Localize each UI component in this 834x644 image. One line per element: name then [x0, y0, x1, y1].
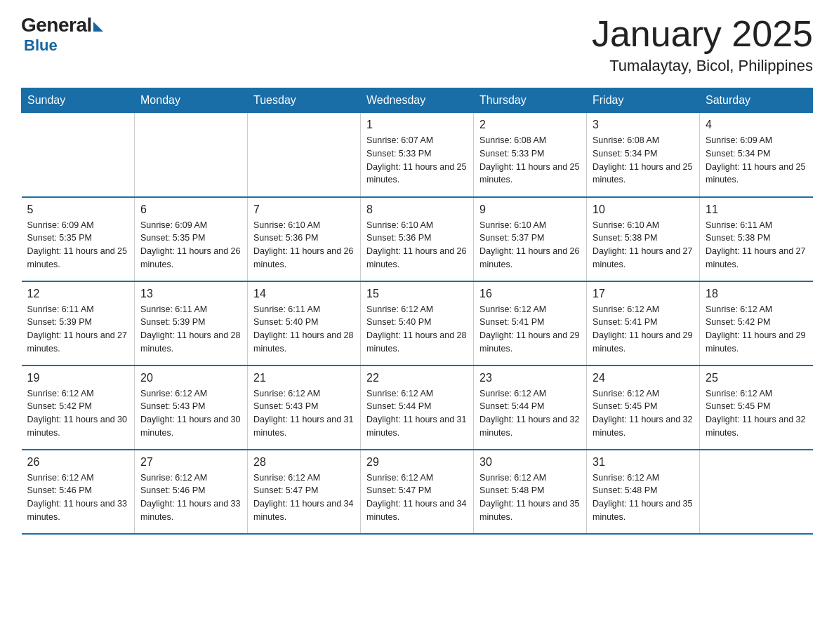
- calendar-cell: 7Sunrise: 6:10 AMSunset: 5:36 PMDaylight…: [248, 197, 361, 281]
- day-number: 18: [706, 288, 807, 300]
- day-info: Sunrise: 6:12 AMSunset: 5:45 PMDaylight:…: [706, 387, 807, 440]
- day-info: Sunrise: 6:12 AMSunset: 5:48 PMDaylight:…: [593, 471, 694, 524]
- calendar-week-row: 26Sunrise: 6:12 AMSunset: 5:46 PMDayligh…: [22, 450, 813, 534]
- day-info: Sunrise: 6:12 AMSunset: 5:47 PMDaylight:…: [366, 471, 468, 524]
- day-number: 2: [479, 119, 581, 131]
- calendar-cell: 25Sunrise: 6:12 AMSunset: 5:45 PMDayligh…: [700, 365, 813, 450]
- day-number: 13: [140, 288, 241, 300]
- day-info: Sunrise: 6:12 AMSunset: 5:40 PMDaylight:…: [366, 303, 468, 356]
- day-info: Sunrise: 6:09 AMSunset: 5:34 PMDaylight:…: [706, 134, 807, 187]
- day-number: 19: [27, 372, 129, 384]
- day-number: 12: [27, 288, 129, 300]
- page-header: General Blue January 2025 Tumalaytay, Bi…: [21, 14, 813, 75]
- header-tuesday: Tuesday: [248, 88, 361, 113]
- day-info: Sunrise: 6:12 AMSunset: 5:42 PMDaylight:…: [706, 303, 807, 356]
- day-info: Sunrise: 6:12 AMSunset: 5:47 PMDaylight:…: [253, 471, 355, 524]
- calendar-cell: [22, 113, 135, 197]
- calendar-subtitle: Tumalaytay, Bicol, Philippines: [592, 57, 813, 75]
- logo-general-text: General: [21, 14, 92, 36]
- calendar-cell: 26Sunrise: 6:12 AMSunset: 5:46 PMDayligh…: [22, 450, 135, 534]
- calendar-cell: 14Sunrise: 6:11 AMSunset: 5:40 PMDayligh…: [248, 281, 361, 365]
- day-number: 30: [479, 456, 581, 469]
- day-info: Sunrise: 6:09 AMSunset: 5:35 PMDaylight:…: [140, 219, 241, 271]
- day-info: Sunrise: 6:12 AMSunset: 5:42 PMDaylight:…: [27, 387, 129, 440]
- title-block: January 2025 Tumalaytay, Bicol, Philippi…: [592, 14, 813, 75]
- day-number: 7: [253, 203, 355, 216]
- calendar-cell: 17Sunrise: 6:12 AMSunset: 5:41 PMDayligh…: [587, 281, 700, 365]
- calendar-cell: 27Sunrise: 6:12 AMSunset: 5:46 PMDayligh…: [135, 450, 248, 534]
- calendar-cell: [700, 450, 813, 534]
- day-number: 27: [140, 456, 241, 469]
- day-number: 26: [27, 456, 129, 469]
- day-info: Sunrise: 6:12 AMSunset: 5:45 PMDaylight:…: [593, 387, 694, 440]
- day-info: Sunrise: 6:12 AMSunset: 5:44 PMDaylight:…: [479, 387, 581, 440]
- day-info: Sunrise: 6:12 AMSunset: 5:46 PMDaylight:…: [27, 471, 129, 524]
- header-monday: Monday: [135, 88, 248, 113]
- header-thursday: Thursday: [474, 88, 587, 113]
- day-number: 28: [253, 456, 355, 469]
- day-info: Sunrise: 6:11 AMSunset: 5:40 PMDaylight:…: [253, 303, 355, 356]
- calendar-cell: 19Sunrise: 6:12 AMSunset: 5:42 PMDayligh…: [22, 365, 135, 450]
- calendar-cell: 24Sunrise: 6:12 AMSunset: 5:45 PMDayligh…: [587, 365, 700, 450]
- day-info: Sunrise: 6:12 AMSunset: 5:44 PMDaylight:…: [366, 387, 468, 440]
- day-info: Sunrise: 6:12 AMSunset: 5:43 PMDaylight:…: [253, 387, 355, 440]
- calendar-cell: 12Sunrise: 6:11 AMSunset: 5:39 PMDayligh…: [22, 281, 135, 365]
- day-number: 9: [479, 203, 581, 216]
- calendar-cell: 11Sunrise: 6:11 AMSunset: 5:38 PMDayligh…: [700, 197, 813, 281]
- day-number: 5: [27, 203, 129, 216]
- day-number: 20: [140, 372, 241, 384]
- calendar-cell: 10Sunrise: 6:10 AMSunset: 5:38 PMDayligh…: [587, 197, 700, 281]
- calendar-cell: 20Sunrise: 6:12 AMSunset: 5:43 PMDayligh…: [135, 365, 248, 450]
- calendar-cell: 3Sunrise: 6:08 AMSunset: 5:34 PMDaylight…: [587, 113, 700, 197]
- day-number: 31: [593, 456, 694, 469]
- day-info: Sunrise: 6:10 AMSunset: 5:36 PMDaylight:…: [366, 219, 468, 271]
- day-info: Sunrise: 6:08 AMSunset: 5:33 PMDaylight:…: [479, 134, 581, 187]
- day-number: 25: [706, 372, 807, 384]
- calendar-cell: 4Sunrise: 6:09 AMSunset: 5:34 PMDaylight…: [700, 113, 813, 197]
- calendar-cell: 5Sunrise: 6:09 AMSunset: 5:35 PMDaylight…: [22, 197, 135, 281]
- logo-blue-text: Blue: [24, 36, 58, 55]
- day-number: 21: [253, 372, 355, 384]
- day-info: Sunrise: 6:10 AMSunset: 5:38 PMDaylight:…: [593, 219, 694, 271]
- day-number: 8: [366, 203, 468, 216]
- day-number: 16: [479, 288, 581, 300]
- calendar-cell: 1Sunrise: 6:07 AMSunset: 5:33 PMDaylight…: [361, 113, 474, 197]
- calendar-cell: 28Sunrise: 6:12 AMSunset: 5:47 PMDayligh…: [248, 450, 361, 534]
- calendar-cell: [135, 113, 248, 197]
- day-info: Sunrise: 6:07 AMSunset: 5:33 PMDaylight:…: [366, 134, 468, 187]
- calendar-cell: 16Sunrise: 6:12 AMSunset: 5:41 PMDayligh…: [474, 281, 587, 365]
- day-info: Sunrise: 6:10 AMSunset: 5:37 PMDaylight:…: [479, 219, 581, 271]
- day-number: 29: [366, 456, 468, 469]
- day-info: Sunrise: 6:12 AMSunset: 5:41 PMDaylight:…: [593, 303, 694, 356]
- header-sunday: Sunday: [22, 88, 135, 113]
- calendar-cell: 15Sunrise: 6:12 AMSunset: 5:40 PMDayligh…: [361, 281, 474, 365]
- calendar-cell: 23Sunrise: 6:12 AMSunset: 5:44 PMDayligh…: [474, 365, 587, 450]
- calendar-cell: 22Sunrise: 6:12 AMSunset: 5:44 PMDayligh…: [361, 365, 474, 450]
- day-info: Sunrise: 6:12 AMSunset: 5:46 PMDaylight:…: [140, 471, 241, 524]
- day-info: Sunrise: 6:11 AMSunset: 5:39 PMDaylight:…: [27, 303, 129, 356]
- calendar-cell: 6Sunrise: 6:09 AMSunset: 5:35 PMDaylight…: [135, 197, 248, 281]
- day-number: 4: [706, 119, 807, 131]
- header-wednesday: Wednesday: [361, 88, 474, 113]
- day-number: 17: [593, 288, 694, 300]
- day-info: Sunrise: 6:11 AMSunset: 5:38 PMDaylight:…: [706, 219, 807, 271]
- day-info: Sunrise: 6:08 AMSunset: 5:34 PMDaylight:…: [593, 134, 694, 187]
- calendar-week-row: 1Sunrise: 6:07 AMSunset: 5:33 PMDaylight…: [22, 113, 813, 197]
- calendar-cell: [248, 113, 361, 197]
- calendar-week-row: 12Sunrise: 6:11 AMSunset: 5:39 PMDayligh…: [22, 281, 813, 365]
- calendar-title: January 2025: [592, 14, 813, 54]
- day-info: Sunrise: 6:12 AMSunset: 5:41 PMDaylight:…: [479, 303, 581, 356]
- calendar-cell: 31Sunrise: 6:12 AMSunset: 5:48 PMDayligh…: [587, 450, 700, 534]
- calendar-header-row: Sunday Monday Tuesday Wednesday Thursday…: [22, 88, 813, 113]
- calendar-cell: 30Sunrise: 6:12 AMSunset: 5:48 PMDayligh…: [474, 450, 587, 534]
- calendar-cell: 18Sunrise: 6:12 AMSunset: 5:42 PMDayligh…: [700, 281, 813, 365]
- calendar-table: Sunday Monday Tuesday Wednesday Thursday…: [21, 88, 813, 535]
- day-number: 11: [706, 203, 807, 216]
- day-number: 10: [593, 203, 694, 216]
- calendar-week-row: 5Sunrise: 6:09 AMSunset: 5:35 PMDaylight…: [22, 197, 813, 281]
- calendar-cell: 8Sunrise: 6:10 AMSunset: 5:36 PMDaylight…: [361, 197, 474, 281]
- calendar-cell: 2Sunrise: 6:08 AMSunset: 5:33 PMDaylight…: [474, 113, 587, 197]
- day-info: Sunrise: 6:11 AMSunset: 5:39 PMDaylight:…: [140, 303, 241, 356]
- day-info: Sunrise: 6:12 AMSunset: 5:43 PMDaylight:…: [140, 387, 241, 440]
- calendar-cell: 13Sunrise: 6:11 AMSunset: 5:39 PMDayligh…: [135, 281, 248, 365]
